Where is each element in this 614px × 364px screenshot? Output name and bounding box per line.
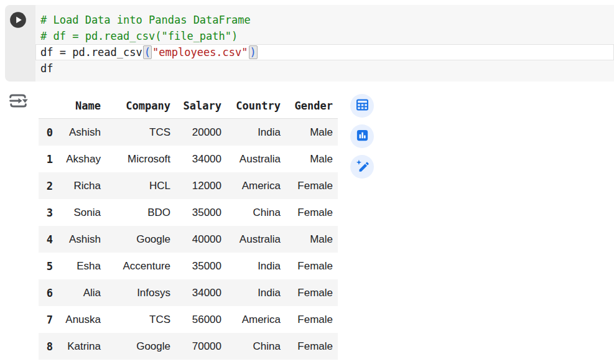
play-icon	[9, 21, 27, 30]
table-cell: 40000	[175, 226, 226, 253]
table-cell: Female	[286, 306, 338, 333]
table-cell: Male	[286, 119, 338, 146]
table-cell: Male	[286, 226, 338, 253]
code-token-plain: df	[40, 62, 53, 75]
table-row: 0AshishTCS20000IndiaMale	[39, 119, 338, 146]
code-token-comment: # Load Data into Pandas DataFrame	[40, 14, 251, 26]
table-cell: Female	[286, 333, 338, 360]
column-header: Company	[106, 93, 175, 119]
table-row: 1AkshayMicrosoft34000AustraliaMale	[39, 146, 338, 172]
code-line-active[interactable]: df = pd.read_csv("employees.csv")	[35, 44, 614, 60]
table-cell: China	[226, 199, 286, 226]
code-token-plain: df = pd.read_csv	[40, 46, 142, 58]
output-collapse-icon	[7, 105, 29, 114]
table-cell: Google	[106, 226, 175, 253]
table-cell: TCS	[106, 306, 175, 333]
suggest-charts-button[interactable]	[350, 124, 374, 148]
table-cell: Richa	[58, 172, 106, 199]
code-token-bracket: (	[143, 45, 152, 59]
table-row: 5EshaAccenture35000IndiaFemale	[39, 253, 338, 279]
table-cell: Female	[286, 253, 338, 279]
table-cell: Ashish	[58, 119, 106, 146]
table-cell: China	[226, 333, 286, 360]
row-index: 6	[39, 279, 58, 306]
cell-gutter	[5, 5, 35, 82]
table-cell: BDO	[106, 199, 175, 226]
row-index: 5	[39, 253, 58, 279]
bar-chart-icon	[355, 128, 370, 144]
row-index: 1	[39, 146, 58, 172]
table-cell: TCS	[106, 119, 175, 146]
row-index: 8	[39, 333, 58, 360]
table-cell: Female	[286, 279, 338, 306]
run-button[interactable]	[9, 11, 27, 29]
table-cell: America	[226, 172, 286, 199]
generate-code-button[interactable]	[350, 155, 374, 179]
code-line[interactable]: df	[35, 60, 614, 77]
table-cell: Australia	[226, 226, 286, 253]
table-cell: Male	[286, 146, 338, 172]
table-cell: 34000	[175, 146, 226, 172]
table-cell: Ashish	[58, 226, 106, 253]
table-row: 2RichaHCL12000AmericaFemale	[39, 172, 338, 199]
table-cell: 34000	[175, 279, 226, 306]
output-options-button[interactable]	[6, 90, 30, 113]
column-header: Salary	[175, 93, 226, 119]
row-index: 0	[39, 119, 58, 146]
column-header: Gender	[286, 93, 338, 119]
table-cell: Female	[286, 199, 338, 226]
code-cell: # Load Data into Pandas DataFrame# df = …	[5, 5, 614, 82]
table-row: 3SoniaBDO35000ChinaFemale	[39, 199, 338, 226]
table-cell: 12000	[175, 172, 226, 199]
table-cell: India	[226, 279, 286, 306]
table-cell: 35000	[175, 199, 226, 226]
table-row: 4AshishGoogle40000AustraliaMale	[39, 226, 338, 253]
table-cell: Infosys	[106, 279, 175, 306]
row-index: 4	[39, 226, 58, 253]
table-cell: India	[226, 253, 286, 279]
table-cell: Microsoft	[106, 146, 175, 172]
table-cell: 35000	[175, 253, 226, 279]
table-cell: Anuska	[58, 306, 106, 333]
row-index: 2	[39, 172, 58, 199]
table-cell: India	[226, 119, 286, 146]
table-row: 8KatrinaGoogle70000ChinaFemale	[39, 333, 338, 360]
column-header: Name	[58, 93, 106, 119]
table-row: 6AliaInfosys34000IndiaFemale	[39, 279, 338, 306]
table-icon	[355, 98, 370, 114]
code-token-comment: # df = pd.read_csv("file_path")	[40, 30, 238, 42]
table-cell: Katrina	[58, 333, 106, 360]
table-cell: America	[226, 306, 286, 333]
table-cell: Accenture	[106, 253, 175, 279]
table-cell: Female	[286, 172, 338, 199]
table-cell: Akshay	[58, 146, 106, 172]
magic-pencil-icon	[355, 159, 370, 175]
table-cell: 56000	[175, 306, 226, 333]
output-actions	[350, 94, 374, 179]
table-cell: Google	[106, 333, 175, 360]
table-cell: 20000	[175, 119, 226, 146]
code-editor[interactable]: # Load Data into Pandas DataFrame# df = …	[35, 5, 614, 82]
interactive-table-button[interactable]	[350, 94, 374, 118]
code-line[interactable]: # Load Data into Pandas DataFrame	[35, 12, 614, 28]
table-cell: Sonia	[58, 199, 106, 226]
code-token-bracket: )	[249, 45, 258, 59]
table-row: 7AnuskaTCS56000AmericaFemale	[39, 306, 338, 333]
column-header	[39, 93, 58, 119]
code-line[interactable]: # df = pd.read_csv("file_path")	[35, 28, 614, 44]
row-index: 3	[39, 199, 58, 226]
row-index: 7	[39, 306, 58, 333]
table-cell: Alia	[58, 279, 106, 306]
column-header: Country	[226, 93, 286, 119]
table-cell: HCL	[106, 172, 175, 199]
dataframe-table: NameCompanySalaryCountryGender 0AshishTC…	[39, 93, 338, 360]
table-cell: 70000	[175, 333, 226, 360]
code-token-string: "employees.csv"	[152, 46, 248, 58]
dataframe-header: NameCompanySalaryCountryGender	[39, 93, 338, 119]
table-cell: Esha	[58, 253, 106, 279]
table-cell: Australia	[226, 146, 286, 172]
notebook-page: # Load Data into Pandas DataFrame# df = …	[0, 0, 614, 364]
